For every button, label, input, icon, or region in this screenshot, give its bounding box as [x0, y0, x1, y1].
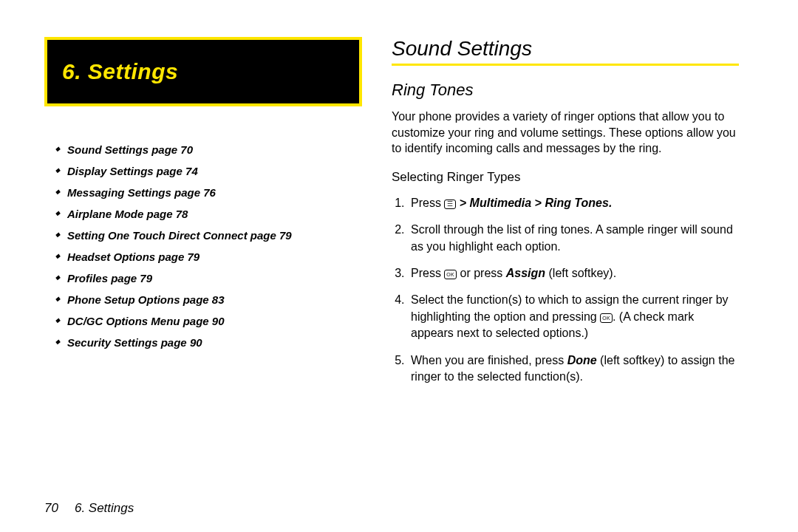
toc-item: ◆Messaging Settings page 76	[55, 186, 362, 199]
diamond-icon: ◆	[55, 338, 60, 345]
diamond-icon: ◆	[55, 317, 60, 324]
chapter-heading: 6. Settings	[62, 59, 178, 83]
step-text: Assign	[506, 267, 545, 279]
toc-item: ◆Phone Setup Options page 83	[55, 293, 362, 306]
step-text: Press	[411, 197, 444, 209]
diamond-icon: ◆	[55, 188, 60, 195]
ok-key-icon	[444, 270, 457, 279]
procedure-steps: Press > Multimedia > Ring Tones. Scroll …	[392, 195, 739, 386]
step-text: > Multimedia > Ring Tones.	[456, 197, 612, 209]
toc-label: Headset Options page 79	[67, 250, 200, 263]
step-text: Press	[411, 267, 444, 279]
toc-label: Phone Setup Options page 83	[67, 293, 225, 306]
chapter-heading-box: 6. Settings	[44, 37, 362, 106]
toc-item: ◆Security Settings page 90	[55, 336, 362, 349]
toc-item: ◆DC/GC Options Menu page 90	[55, 315, 362, 327]
page-footer: 706. Settings	[44, 501, 134, 516]
step: Scroll through the list of ring tones. A…	[408, 222, 739, 255]
step-text: Done	[567, 354, 597, 366]
toc-label: Airplane Mode page 78	[67, 208, 188, 220]
toc-label: Display Settings page 74	[67, 165, 198, 177]
ok-key-icon	[600, 313, 613, 323]
diamond-icon: ◆	[55, 146, 60, 152]
step: Press or press Assign (left softkey).	[408, 265, 739, 282]
toc-item: ◆Profiles page 79	[55, 272, 362, 284]
step: When you are finished, press Done (left …	[408, 352, 739, 386]
diamond-icon: ◆	[55, 167, 60, 174]
toc-label: Profiles page 79	[67, 272, 152, 284]
toc-item: ◆Display Settings page 74	[55, 165, 362, 177]
toc-item: ◆Headset Options page 79	[55, 250, 362, 263]
diamond-icon: ◆	[55, 296, 60, 302]
toc-label: Messaging Settings page 76	[67, 186, 216, 199]
subsection-heading: Ring Tones	[392, 81, 739, 100]
toc-item: ◆Airplane Mode page 78	[55, 208, 362, 220]
toc-item: ◆Sound Settings page 70	[55, 143, 362, 156]
step: Select the function(s) to which to assig…	[408, 292, 739, 341]
toc-label: Sound Settings page 70	[67, 143, 193, 156]
diamond-icon: ◆	[55, 210, 60, 216]
diamond-icon: ◆	[55, 231, 60, 238]
toc-label: Security Settings page 90	[67, 336, 202, 349]
section-heading: Sound Settings	[392, 37, 739, 61]
menu-key-icon	[444, 200, 456, 209]
step-text: Scroll through the list of ring tones. A…	[411, 223, 733, 252]
table-of-contents: ◆Sound Settings page 70 ◆Display Setting…	[44, 143, 362, 349]
step-text: or press	[457, 267, 506, 279]
footer-label: 6. Settings	[75, 501, 134, 515]
diamond-icon: ◆	[55, 253, 60, 259]
step: Press > Multimedia > Ring Tones.	[408, 195, 739, 211]
step-text: When you are finished, press	[411, 354, 567, 366]
page-number: 70	[44, 501, 58, 515]
toc-label: Setting One Touch Direct Connect page 79	[67, 229, 292, 242]
step-text: (left softkey).	[545, 267, 616, 279]
toc-label: DC/GC Options Menu page 90	[67, 315, 225, 327]
procedure-heading: Selecting Ringer Types	[392, 170, 739, 185]
diamond-icon: ◆	[55, 274, 60, 281]
intro-paragraph: Your phone provides a variety of ringer …	[392, 109, 739, 157]
toc-item: ◆Setting One Touch Direct Connect page 7…	[55, 229, 362, 242]
heading-rule	[392, 64, 739, 66]
